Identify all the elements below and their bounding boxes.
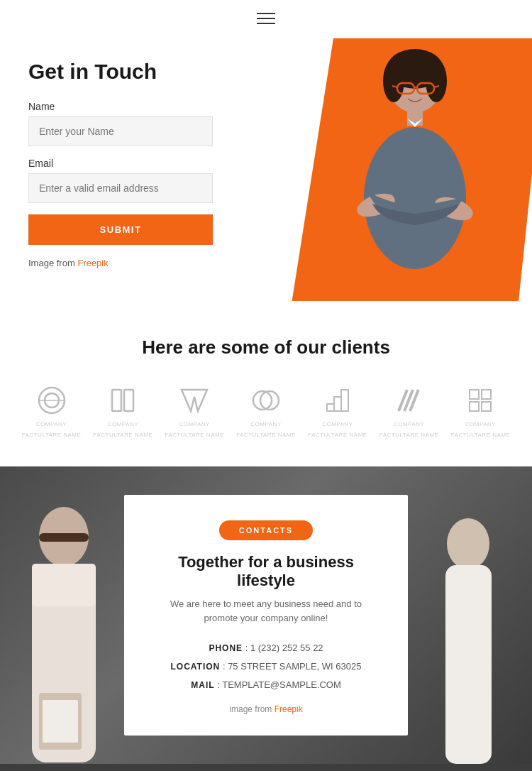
phone-row: PHONE : 1 (232) 252 55 22 [153,639,379,657]
hero-woman-image [234,31,532,301]
submit-button[interactable]: SUBMIT [28,214,213,245]
svg-point-3 [426,60,447,102]
svg-rect-32 [482,402,491,411]
svg-rect-24 [334,397,341,411]
client-logo-3: COMPANY FACTULTARE NAME [165,384,225,438]
image-credit: Image from Freepik [28,258,241,268]
client-logo-6: COMPANY FACTULTARE NAME [379,384,439,438]
contact-bg-section: CONTACTS Together for a business lifesty… [0,466,532,764]
clients-section: Here are some of our clients COMPANY FAC… [0,301,532,466]
contacts-badge[interactable]: CONTACTS [219,520,313,540]
mail-label: MAIL [191,680,214,690]
card-image-credit: image from Freepik [153,704,379,714]
footer: Sample text. Click to select the Text El… [0,764,532,771]
contact-info: PHONE : 1 (232) 252 55 22 LOCATION : 75 … [153,639,379,694]
clients-logos-grid: COMPANY FACTULTARE NAME COMPANY FACTULTA… [21,384,511,438]
svg-point-2 [383,60,404,102]
contact-subtext: We are here to meet any business need an… [153,597,379,625]
svg-rect-40 [445,565,492,764]
card-freepik-link[interactable]: Freepik [275,704,303,714]
svg-rect-30 [482,390,491,399]
contact-heading: Together for a business lifestyle [153,553,379,590]
svg-rect-25 [341,390,348,411]
hero-title: Get in Touch [28,60,241,84]
location-row: LOCATION : 75 STREET SAMPLE, WI 63025 [153,657,379,676]
client-logo-1: COMPANY FACTULTARE NAME [21,384,82,438]
contact-card: CONTACTS Together for a business lifesty… [124,495,408,736]
client-logo-4: COMPANY FACTULTARE NAME [235,384,296,438]
clients-title: Here are some of our clients [21,337,511,359]
bg-person-right [404,466,532,764]
email-label: Email [28,158,241,169]
email-input[interactable] [28,173,213,203]
svg-marker-19 [182,390,207,411]
mail-row: MAIL : TEMPLATE@SAMPLE.COM [153,676,379,694]
hero-form-area: Get in Touch Name Email SUBMIT Image fro… [28,60,241,268]
svg-rect-9 [407,110,423,126]
svg-rect-18 [124,390,133,411]
location-label: LOCATION [171,662,221,672]
phone-value: 1 (232) 252 55 22 [250,642,323,653]
freepik-link[interactable]: Freepik [77,258,108,268]
svg-point-39 [447,518,489,569]
svg-rect-23 [327,404,334,411]
phone-label: PHONE [209,643,243,653]
svg-rect-31 [470,402,479,411]
mail-value: TEMPLATE@SAMPLE.COM [222,679,341,690]
hamburger-menu-icon[interactable] [257,13,275,24]
location-value: 75 STREET SAMPLE, WI 63025 [228,661,361,672]
name-input[interactable] [28,116,213,146]
name-label: Name [28,101,241,112]
client-logo-5: COMPANY FACTULTARE NAME [307,384,367,438]
client-logo-7: COMPANY FACTULTARE NAME [450,384,511,438]
hero-section: Get in Touch Name Email SUBMIT Image fro… [0,31,532,301]
svg-rect-34 [39,533,89,542]
svg-rect-36 [32,564,96,606]
svg-rect-38 [43,700,78,743]
header [0,0,532,31]
client-logo-2: COMPANY FACTULTARE NAME [93,384,153,438]
svg-rect-29 [470,390,479,399]
svg-rect-17 [112,390,121,411]
